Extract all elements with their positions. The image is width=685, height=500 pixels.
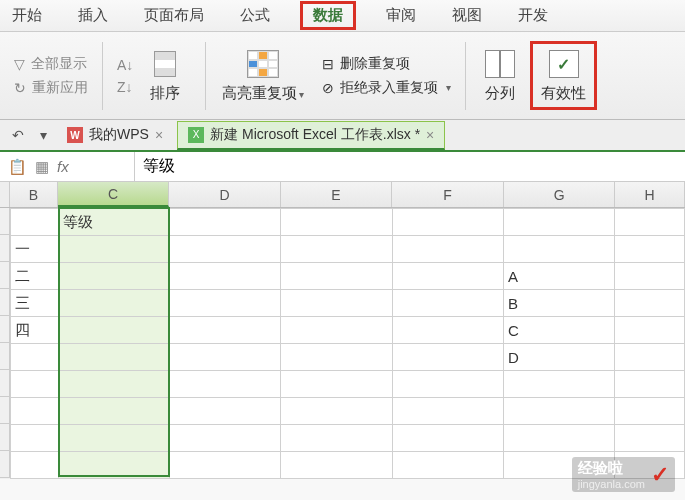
cell-B3[interactable]: 二 (10, 263, 58, 290)
cell[interactable] (615, 425, 685, 452)
cell-B2[interactable]: 一 (10, 236, 58, 263)
cell[interactable] (392, 425, 503, 452)
cell[interactable] (10, 344, 58, 371)
cell[interactable] (281, 209, 392, 236)
cell[interactable] (281, 344, 392, 371)
formula-input[interactable] (135, 152, 685, 181)
row-header[interactable] (0, 289, 10, 316)
row-header[interactable] (0, 208, 10, 235)
cell[interactable] (58, 290, 169, 317)
cell[interactable] (281, 452, 392, 479)
cell[interactable] (58, 452, 169, 479)
cell-C1[interactable]: 等级 (58, 209, 169, 236)
cell[interactable] (58, 317, 169, 344)
cell[interactable] (281, 317, 392, 344)
cell[interactable] (504, 425, 615, 452)
row-header[interactable] (0, 235, 10, 262)
cell[interactable] (10, 452, 58, 479)
cell[interactable] (58, 344, 169, 371)
cell-B4[interactable]: 三 (10, 290, 58, 317)
cell[interactable] (504, 209, 615, 236)
cell-G6[interactable]: D (504, 344, 615, 371)
paste-icon[interactable]: 📋 (8, 158, 27, 176)
cell[interactable] (170, 236, 281, 263)
cell[interactable] (281, 290, 392, 317)
tab-mywps[interactable]: W 我的WPS × (57, 122, 173, 148)
cell[interactable] (615, 263, 685, 290)
cell[interactable] (281, 371, 392, 398)
cell[interactable] (170, 452, 281, 479)
menu-home[interactable]: 开始 (6, 2, 48, 29)
cell[interactable] (281, 398, 392, 425)
col-header-B[interactable]: B (10, 182, 58, 207)
cell[interactable] (615, 290, 685, 317)
cell[interactable] (392, 344, 503, 371)
cell[interactable] (58, 236, 169, 263)
cell[interactable] (170, 398, 281, 425)
col-header-F[interactable]: F (392, 182, 504, 207)
cell-B5[interactable]: 四 (10, 317, 58, 344)
cell[interactable] (392, 317, 503, 344)
cell[interactable] (58, 398, 169, 425)
cell[interactable] (58, 425, 169, 452)
highlight-duplicates-button[interactable]: 高亮重复项▾ (214, 44, 312, 107)
cell[interactable] (281, 263, 392, 290)
row-header[interactable] (0, 397, 10, 424)
menu-data[interactable]: 数据 (300, 1, 356, 30)
cell[interactable] (170, 317, 281, 344)
cell[interactable] (170, 290, 281, 317)
cell-G3[interactable]: A (504, 263, 615, 290)
tab-active-workbook[interactable]: X 新建 Microsoft Excel 工作表.xlsx * × (177, 121, 445, 150)
cell[interactable] (10, 398, 58, 425)
row-header[interactable] (0, 424, 10, 451)
cell[interactable] (504, 371, 615, 398)
reapply-button[interactable]: ↻ 重新应用 (14, 79, 88, 97)
cell[interactable] (281, 425, 392, 452)
cell[interactable] (58, 263, 169, 290)
reject-duplicates-button[interactable]: ⊘ 拒绝录入重复项 ▾ (322, 79, 451, 97)
cell[interactable] (170, 263, 281, 290)
cell[interactable] (170, 371, 281, 398)
cell[interactable] (392, 263, 503, 290)
cell[interactable] (615, 344, 685, 371)
cell[interactable] (615, 371, 685, 398)
redo-button[interactable]: ▾ (34, 125, 53, 145)
row-header[interactable] (0, 316, 10, 343)
namebox-icon[interactable]: ▦ (35, 158, 49, 176)
sort-desc-button[interactable]: Z↓ (117, 79, 133, 95)
cell[interactable] (615, 317, 685, 344)
col-header-E[interactable]: E (281, 182, 393, 207)
cell-G4[interactable]: B (504, 290, 615, 317)
row-header[interactable] (0, 451, 10, 478)
sort-asc-button[interactable]: A↓ (117, 57, 133, 73)
show-all-button[interactable]: ▽ 全部显示 (14, 55, 87, 73)
fx-label[interactable]: fx (57, 158, 69, 175)
cell[interactable] (281, 236, 392, 263)
menu-dev[interactable]: 开发 (512, 2, 554, 29)
close-icon[interactable]: × (155, 127, 163, 143)
cell[interactable] (615, 398, 685, 425)
cell[interactable] (392, 398, 503, 425)
cell[interactable] (392, 452, 503, 479)
col-header-H[interactable]: H (615, 182, 685, 207)
data-validity-button[interactable]: ✓ 有效性 (530, 41, 597, 110)
cell[interactable] (615, 236, 685, 263)
cell[interactable] (392, 290, 503, 317)
cell[interactable] (504, 236, 615, 263)
remove-duplicates-button[interactable]: ⊟ 删除重复项 (322, 55, 410, 73)
col-header-C[interactable]: C (58, 182, 170, 207)
cell[interactable] (58, 371, 169, 398)
menu-review[interactable]: 审阅 (380, 2, 422, 29)
cell[interactable] (10, 425, 58, 452)
row-header[interactable] (0, 262, 10, 289)
cell[interactable] (170, 344, 281, 371)
cell[interactable] (392, 209, 503, 236)
close-icon[interactable]: × (426, 127, 434, 143)
cell[interactable] (615, 209, 685, 236)
menu-page-layout[interactable]: 页面布局 (138, 2, 210, 29)
row-header[interactable] (0, 343, 10, 370)
undo-button[interactable]: ↶ (6, 125, 30, 145)
sort-button[interactable]: 排序 (139, 44, 191, 107)
cell[interactable] (392, 371, 503, 398)
col-header-G[interactable]: G (504, 182, 616, 207)
